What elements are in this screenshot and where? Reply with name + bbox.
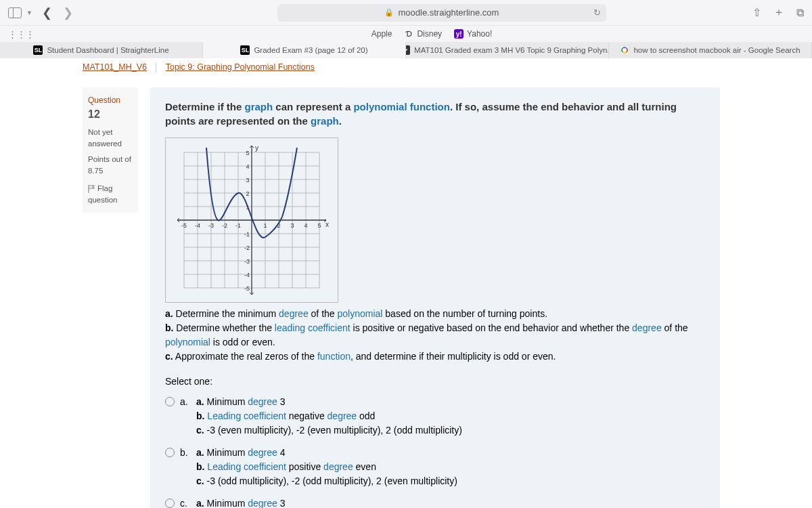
- svg-text:-3: -3: [244, 258, 250, 265]
- bookmark-disney[interactable]: ƊDisney: [404, 29, 442, 39]
- new-tab-icon[interactable]: ＋: [773, 5, 784, 20]
- question-subparts: a. Determine the minimum degree of the p…: [165, 307, 705, 364]
- sl-icon: SL: [240, 45, 250, 55]
- breadcrumb-course[interactable]: MAT101_MH_V6: [83, 62, 147, 72]
- svg-text:y: y: [255, 144, 258, 152]
- bookmarks-bar: ⋮⋮⋮ Apple ƊDisney y!Yahoo!: [0, 26, 812, 42]
- link-polynomial-function[interactable]: polynomial function: [353, 101, 450, 112]
- toolbar-right: ⇧ ＋ ⧉: [752, 5, 804, 20]
- back-button[interactable]: ❮: [42, 5, 52, 20]
- select-one-label: Select one:: [165, 376, 705, 387]
- forward-button[interactable]: ❯: [63, 5, 73, 20]
- svg-text:-4: -4: [195, 222, 200, 229]
- svg-text:x: x: [325, 221, 329, 228]
- svg-text:2: 2: [246, 190, 249, 197]
- svg-text:5: 5: [317, 222, 321, 229]
- tab-bar: SLStudent Dashboard | StraighterLine SLG…: [0, 42, 812, 58]
- link-function[interactable]: function: [317, 351, 351, 362]
- option-b[interactable]: b. a. Minimum degree 4 b. Leading coeffi…: [165, 442, 705, 492]
- radio-b[interactable]: [165, 448, 175, 457]
- question-label: Question: [88, 96, 120, 105]
- svg-text:-1: -1: [235, 222, 241, 229]
- svg-text:-5: -5: [244, 285, 250, 292]
- link-polynomial[interactable]: polynomial: [165, 337, 210, 347]
- link-polynomial[interactable]: polynomial: [337, 308, 382, 319]
- reload-icon[interactable]: ↻: [593, 7, 601, 18]
- question-text: Determine if the graph can represent a p…: [165, 100, 705, 128]
- svg-text:-3: -3: [208, 222, 214, 229]
- chevron-down-icon[interactable]: ▼: [26, 9, 32, 16]
- radio-a[interactable]: [165, 397, 175, 406]
- question-sidebar: Question 12 Not yet answered Points out …: [83, 87, 138, 508]
- question-number: 12: [88, 108, 100, 120]
- option-c[interactable]: c. a. Minimum degree 3 b. Leading coeffi…: [165, 492, 705, 508]
- sl-icon: SL: [33, 45, 43, 55]
- answer-options: a. a. Minimum degree 3 b. Leading coeffi…: [165, 391, 705, 508]
- tab-moodle[interactable]: ⟳MAT101 Graded exam 3 MH V6 Topic 9 Grap…: [406, 42, 609, 58]
- tab-exam[interactable]: SLGraded Exam #3 (page 12 of 20): [203, 42, 406, 58]
- breadcrumb: MAT101_MH_V6 Topic 9: Graphing Polynomia…: [0, 58, 812, 77]
- svg-text:-1: -1: [244, 231, 250, 238]
- link-graph[interactable]: graph: [245, 101, 273, 112]
- breadcrumb-topic[interactable]: Topic 9: Graphing Polynomial Functions: [166, 62, 315, 72]
- svg-text:4: 4: [304, 222, 307, 229]
- link-leading-coefficient[interactable]: leading coefficient: [275, 322, 351, 333]
- address-bar[interactable]: 🔒 moodle.straighterline.com ↻: [277, 4, 606, 22]
- link-graph[interactable]: graph: [311, 115, 339, 127]
- toolbar-left: ▼ ❮ ❯: [8, 5, 73, 20]
- url-text: moodle.straighterline.com: [398, 7, 499, 18]
- sidebar-toggle-icon[interactable]: [8, 7, 22, 18]
- apple-icon: [359, 29, 368, 39]
- svg-text:-2: -2: [244, 245, 250, 251]
- question-points: Points out of 8.75: [88, 154, 133, 177]
- breadcrumb-separator: [156, 63, 156, 72]
- option-a[interactable]: a. a. Minimum degree 3 b. Leading coeffi…: [165, 391, 705, 442]
- radio-c[interactable]: [165, 499, 175, 508]
- lock-icon: 🔒: [384, 8, 394, 17]
- moodle-icon: ⟳: [406, 45, 410, 55]
- flag-question[interactable]: Flag question: [88, 183, 133, 207]
- graph-image: xy -5-4-3-2-1 12345 54321 -1-2-3-4-5: [165, 137, 338, 303]
- tab-dashboard[interactable]: SLStudent Dashboard | StraighterLine: [0, 42, 203, 58]
- question-info: Question 12 Not yet answered Points out …: [83, 87, 138, 213]
- google-icon: [620, 45, 629, 55]
- bookmark-apple[interactable]: Apple: [359, 29, 392, 39]
- apps-grid-icon[interactable]: ⋮⋮⋮: [8, 29, 35, 39]
- svg-text:-4: -4: [244, 272, 250, 278]
- svg-text:3: 3: [290, 222, 294, 229]
- browser-toolbar: ▼ ❮ ❯ 🔒 moodle.straighterline.com ↻ ⇧ ＋ …: [0, 0, 812, 26]
- question-panel: Determine if the graph can represent a p…: [150, 87, 720, 508]
- tab-overview-icon[interactable]: ⧉: [796, 7, 804, 19]
- link-degree[interactable]: degree: [632, 322, 662, 333]
- tab-google[interactable]: how to screenshot macbook air - Google S…: [609, 42, 812, 58]
- flag-icon: [88, 185, 96, 193]
- page-content: MAT101_MH_V6 Topic 9: Graphing Polynomia…: [0, 58, 812, 508]
- disney-icon: Ɗ: [404, 29, 413, 39]
- svg-text:3: 3: [246, 177, 249, 184]
- svg-text:4: 4: [246, 163, 249, 170]
- svg-text:-2: -2: [222, 222, 227, 229]
- svg-text:1: 1: [263, 222, 267, 229]
- svg-text:-5: -5: [181, 222, 187, 229]
- question-status: Not yet answered: [88, 127, 133, 150]
- yahoo-icon: y!: [454, 29, 464, 39]
- share-icon[interactable]: ⇧: [752, 6, 761, 19]
- link-degree[interactable]: degree: [279, 308, 309, 319]
- bookmark-yahoo[interactable]: y!Yahoo!: [454, 29, 492, 39]
- svg-text:5: 5: [246, 150, 249, 156]
